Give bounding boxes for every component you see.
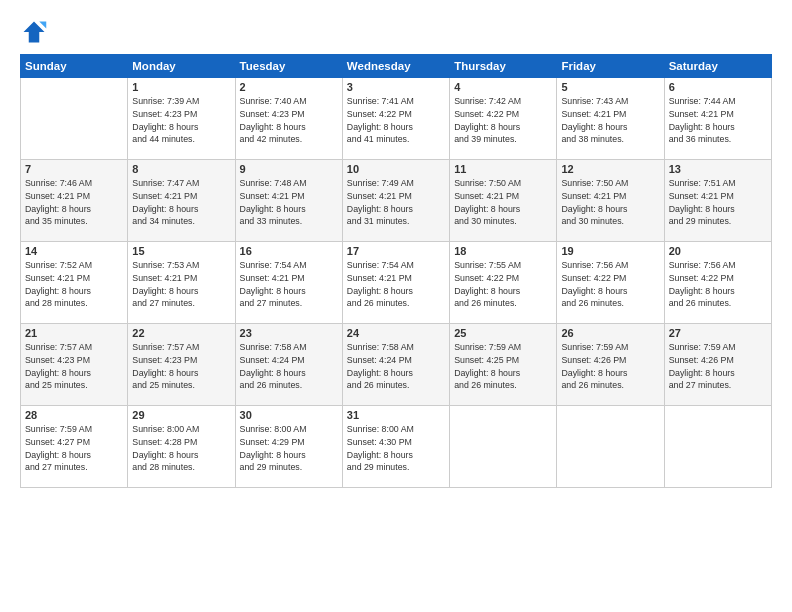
day-number: 13 <box>669 163 767 175</box>
calendar-cell <box>557 406 664 488</box>
day-info: Sunrise: 7:39 AM Sunset: 4:23 PM Dayligh… <box>132 95 230 146</box>
calendar-cell: 29Sunrise: 8:00 AM Sunset: 4:28 PM Dayli… <box>128 406 235 488</box>
day-number: 27 <box>669 327 767 339</box>
day-number: 1 <box>132 81 230 93</box>
calendar-cell: 27Sunrise: 7:59 AM Sunset: 4:26 PM Dayli… <box>664 324 771 406</box>
day-info: Sunrise: 7:43 AM Sunset: 4:21 PM Dayligh… <box>561 95 659 146</box>
day-number: 9 <box>240 163 338 175</box>
day-number: 30 <box>240 409 338 421</box>
calendar-cell: 16Sunrise: 7:54 AM Sunset: 4:21 PM Dayli… <box>235 242 342 324</box>
calendar-cell: 31Sunrise: 8:00 AM Sunset: 4:30 PM Dayli… <box>342 406 449 488</box>
day-info: Sunrise: 7:58 AM Sunset: 4:24 PM Dayligh… <box>240 341 338 392</box>
day-number: 11 <box>454 163 552 175</box>
calendar-cell: 8Sunrise: 7:47 AM Sunset: 4:21 PM Daylig… <box>128 160 235 242</box>
logo <box>20 18 52 46</box>
day-header-saturday: Saturday <box>664 55 771 78</box>
day-number: 5 <box>561 81 659 93</box>
calendar-cell <box>664 406 771 488</box>
calendar-cell: 30Sunrise: 8:00 AM Sunset: 4:29 PM Dayli… <box>235 406 342 488</box>
day-number: 31 <box>347 409 445 421</box>
calendar-cell: 3Sunrise: 7:41 AM Sunset: 4:22 PM Daylig… <box>342 78 449 160</box>
day-info: Sunrise: 7:47 AM Sunset: 4:21 PM Dayligh… <box>132 177 230 228</box>
logo-icon <box>20 18 48 46</box>
week-row-5: 28Sunrise: 7:59 AM Sunset: 4:27 PM Dayli… <box>21 406 772 488</box>
day-number: 16 <box>240 245 338 257</box>
page: SundayMondayTuesdayWednesdayThursdayFrid… <box>0 0 792 612</box>
calendar-cell: 2Sunrise: 7:40 AM Sunset: 4:23 PM Daylig… <box>235 78 342 160</box>
day-info: Sunrise: 7:59 AM Sunset: 4:25 PM Dayligh… <box>454 341 552 392</box>
day-info: Sunrise: 7:40 AM Sunset: 4:23 PM Dayligh… <box>240 95 338 146</box>
day-number: 26 <box>561 327 659 339</box>
calendar-cell: 21Sunrise: 7:57 AM Sunset: 4:23 PM Dayli… <box>21 324 128 406</box>
calendar-cell: 6Sunrise: 7:44 AM Sunset: 4:21 PM Daylig… <box>664 78 771 160</box>
day-info: Sunrise: 7:56 AM Sunset: 4:22 PM Dayligh… <box>669 259 767 310</box>
day-number: 12 <box>561 163 659 175</box>
day-info: Sunrise: 7:42 AM Sunset: 4:22 PM Dayligh… <box>454 95 552 146</box>
day-header-sunday: Sunday <box>21 55 128 78</box>
week-row-3: 14Sunrise: 7:52 AM Sunset: 4:21 PM Dayli… <box>21 242 772 324</box>
day-info: Sunrise: 8:00 AM Sunset: 4:30 PM Dayligh… <box>347 423 445 474</box>
day-info: Sunrise: 7:57 AM Sunset: 4:23 PM Dayligh… <box>132 341 230 392</box>
day-number: 28 <box>25 409 123 421</box>
day-info: Sunrise: 7:48 AM Sunset: 4:21 PM Dayligh… <box>240 177 338 228</box>
day-info: Sunrise: 7:44 AM Sunset: 4:21 PM Dayligh… <box>669 95 767 146</box>
day-number: 21 <box>25 327 123 339</box>
day-number: 6 <box>669 81 767 93</box>
calendar-cell: 24Sunrise: 7:58 AM Sunset: 4:24 PM Dayli… <box>342 324 449 406</box>
svg-marker-1 <box>39 22 46 29</box>
calendar-cell: 19Sunrise: 7:56 AM Sunset: 4:22 PM Dayli… <box>557 242 664 324</box>
calendar-cell <box>450 406 557 488</box>
day-number: 15 <box>132 245 230 257</box>
day-info: Sunrise: 7:51 AM Sunset: 4:21 PM Dayligh… <box>669 177 767 228</box>
calendar-cell: 4Sunrise: 7:42 AM Sunset: 4:22 PM Daylig… <box>450 78 557 160</box>
calendar-cell: 1Sunrise: 7:39 AM Sunset: 4:23 PM Daylig… <box>128 78 235 160</box>
day-number: 22 <box>132 327 230 339</box>
day-info: Sunrise: 7:59 AM Sunset: 4:27 PM Dayligh… <box>25 423 123 474</box>
day-header-thursday: Thursday <box>450 55 557 78</box>
day-info: Sunrise: 7:59 AM Sunset: 4:26 PM Dayligh… <box>669 341 767 392</box>
week-row-4: 21Sunrise: 7:57 AM Sunset: 4:23 PM Dayli… <box>21 324 772 406</box>
day-info: Sunrise: 7:56 AM Sunset: 4:22 PM Dayligh… <box>561 259 659 310</box>
week-row-1: 1Sunrise: 7:39 AM Sunset: 4:23 PM Daylig… <box>21 78 772 160</box>
day-header-tuesday: Tuesday <box>235 55 342 78</box>
day-number: 20 <box>669 245 767 257</box>
day-number: 2 <box>240 81 338 93</box>
day-info: Sunrise: 7:55 AM Sunset: 4:22 PM Dayligh… <box>454 259 552 310</box>
calendar-cell: 26Sunrise: 7:59 AM Sunset: 4:26 PM Dayli… <box>557 324 664 406</box>
day-info: Sunrise: 7:41 AM Sunset: 4:22 PM Dayligh… <box>347 95 445 146</box>
calendar-cell: 25Sunrise: 7:59 AM Sunset: 4:25 PM Dayli… <box>450 324 557 406</box>
day-info: Sunrise: 7:50 AM Sunset: 4:21 PM Dayligh… <box>454 177 552 228</box>
day-info: Sunrise: 7:58 AM Sunset: 4:24 PM Dayligh… <box>347 341 445 392</box>
calendar-cell: 17Sunrise: 7:54 AM Sunset: 4:21 PM Dayli… <box>342 242 449 324</box>
day-info: Sunrise: 7:57 AM Sunset: 4:23 PM Dayligh… <box>25 341 123 392</box>
day-header-wednesday: Wednesday <box>342 55 449 78</box>
day-number: 3 <box>347 81 445 93</box>
day-info: Sunrise: 7:54 AM Sunset: 4:21 PM Dayligh… <box>240 259 338 310</box>
day-info: Sunrise: 7:50 AM Sunset: 4:21 PM Dayligh… <box>561 177 659 228</box>
calendar-cell: 9Sunrise: 7:48 AM Sunset: 4:21 PM Daylig… <box>235 160 342 242</box>
calendar-cell: 12Sunrise: 7:50 AM Sunset: 4:21 PM Dayli… <box>557 160 664 242</box>
calendar-cell: 10Sunrise: 7:49 AM Sunset: 4:21 PM Dayli… <box>342 160 449 242</box>
day-info: Sunrise: 7:49 AM Sunset: 4:21 PM Dayligh… <box>347 177 445 228</box>
calendar-cell: 23Sunrise: 7:58 AM Sunset: 4:24 PM Dayli… <box>235 324 342 406</box>
day-info: Sunrise: 8:00 AM Sunset: 4:29 PM Dayligh… <box>240 423 338 474</box>
calendar-table: SundayMondayTuesdayWednesdayThursdayFrid… <box>20 54 772 488</box>
day-number: 8 <box>132 163 230 175</box>
calendar-cell: 7Sunrise: 7:46 AM Sunset: 4:21 PM Daylig… <box>21 160 128 242</box>
day-number: 24 <box>347 327 445 339</box>
days-header-row: SundayMondayTuesdayWednesdayThursdayFrid… <box>21 55 772 78</box>
day-info: Sunrise: 7:53 AM Sunset: 4:21 PM Dayligh… <box>132 259 230 310</box>
day-header-friday: Friday <box>557 55 664 78</box>
day-info: Sunrise: 8:00 AM Sunset: 4:28 PM Dayligh… <box>132 423 230 474</box>
day-number: 4 <box>454 81 552 93</box>
day-number: 18 <box>454 245 552 257</box>
calendar-cell: 11Sunrise: 7:50 AM Sunset: 4:21 PM Dayli… <box>450 160 557 242</box>
day-number: 19 <box>561 245 659 257</box>
calendar-cell: 14Sunrise: 7:52 AM Sunset: 4:21 PM Dayli… <box>21 242 128 324</box>
day-info: Sunrise: 7:46 AM Sunset: 4:21 PM Dayligh… <box>25 177 123 228</box>
day-number: 17 <box>347 245 445 257</box>
calendar-cell <box>21 78 128 160</box>
svg-marker-0 <box>24 22 45 43</box>
week-row-2: 7Sunrise: 7:46 AM Sunset: 4:21 PM Daylig… <box>21 160 772 242</box>
calendar-cell: 13Sunrise: 7:51 AM Sunset: 4:21 PM Dayli… <box>664 160 771 242</box>
